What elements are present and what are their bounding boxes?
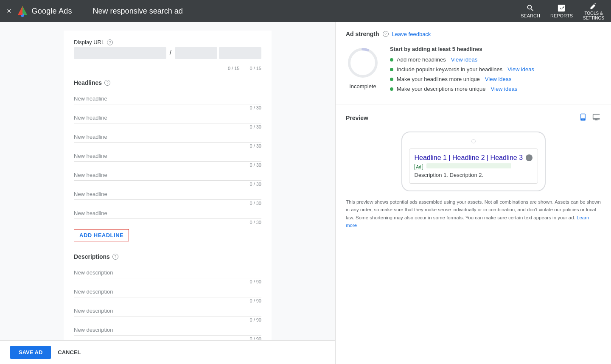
left-panel: Display URL ? / 0 / 15 0 / 15 Headlines … xyxy=(0,22,335,364)
svg-rect-7 xyxy=(563,8,563,10)
add-headline-button[interactable]: ADD HEADLINE xyxy=(74,229,129,241)
description-field-2: New description xyxy=(74,284,261,297)
description-count-2: 0 / 90 xyxy=(74,298,261,303)
headline-count-7: 0 / 30 xyxy=(74,220,261,225)
headline-count-6: 0 / 30 xyxy=(74,201,261,206)
descriptions-header: Descriptions ? xyxy=(74,253,261,260)
headline-field-5: New headline xyxy=(74,168,261,181)
description-field-4: New description xyxy=(74,322,261,336)
url-path1-input[interactable] xyxy=(175,47,217,59)
headline-count-1: 0 / 30 xyxy=(74,105,261,110)
leave-feedback-link[interactable]: Leave feedback xyxy=(392,31,431,37)
description-placeholder-1: New description xyxy=(74,269,113,276)
url-counter2: 0 / 15 xyxy=(249,66,261,71)
ad-form: Display URL ? / 0 / 15 0 / 15 Headlines … xyxy=(64,31,272,363)
google-ads-logo: Google Ads xyxy=(17,5,72,17)
ad-strength-section: Ad strength ? Leave feedback Incomplete … xyxy=(336,22,611,104)
display-url-row: Display URL ? xyxy=(74,39,261,45)
headline-count-3: 0 / 30 xyxy=(74,143,261,148)
search-nav-btn[interactable]: SEARCH xyxy=(521,4,540,18)
preview-header: Preview xyxy=(346,113,601,123)
tip-item-2: Include popular keywords in your headlin… xyxy=(390,66,601,73)
url-path2-input[interactable] xyxy=(219,47,261,59)
description-placeholder-4: New description xyxy=(74,327,113,333)
nav-divider xyxy=(86,5,86,17)
ad-card: Headline 1 | Headline 2 | Headline 3 i A… xyxy=(409,148,538,184)
tip-dot-1 xyxy=(390,58,393,62)
phone-mockup: Headline 1 | Headline 2 | Headline 3 i A… xyxy=(401,132,546,191)
descriptions-section: Descriptions ? New description 0 / 90 Ne… xyxy=(74,253,261,342)
preview-disclaimer: This preview shows potential ads assembl… xyxy=(346,198,601,230)
headline-count-5: 0 / 30 xyxy=(74,182,261,187)
svg-rect-5 xyxy=(560,7,561,10)
headlines-title: Headlines xyxy=(74,79,102,86)
description-placeholder-2: New description xyxy=(74,288,113,295)
tools-nav-btn[interactable]: TOOLS & SETTINGS xyxy=(583,2,604,20)
ad-strength-info-icon[interactable]: ? xyxy=(383,31,389,37)
headline-field-3: New headline xyxy=(74,129,261,143)
ad-headline: Headline 1 | Headline 2 | Headline 3 i xyxy=(415,154,533,162)
display-url-info-icon[interactable]: ? xyxy=(107,39,113,45)
tip-text-3: Make your headlines more unique xyxy=(397,76,480,82)
ad-strength-title: Ad strength xyxy=(346,31,379,37)
headline-count-4: 0 / 30 xyxy=(74,162,261,168)
description-count-3: 0 / 90 xyxy=(74,317,261,322)
headline-field-2: New headline xyxy=(74,110,261,123)
headlines-header: Headlines ? xyxy=(74,79,261,86)
tip-item-1: Add more headlines View ideas xyxy=(390,56,601,63)
ad-info-icon[interactable]: i xyxy=(526,154,533,161)
view-ideas-link-2[interactable]: View ideas xyxy=(507,66,534,73)
phone-camera xyxy=(471,139,476,143)
ad-headline-text: Headline 1 | Headline 2 | Headline 3 xyxy=(415,154,523,162)
footer-bar: SAVE AD CANCEL xyxy=(0,340,335,364)
view-ideas-link-1[interactable]: View ideas xyxy=(451,56,478,63)
display-url-label: Display URL xyxy=(74,39,104,45)
google-logo-icon xyxy=(17,5,28,17)
ad-description: Description 1. Description 2. xyxy=(415,172,533,178)
url-slash: / xyxy=(170,49,171,57)
main-wrapper: Display URL ? / 0 / 15 0 / 15 Headlines … xyxy=(0,22,611,364)
descriptions-title: Descriptions xyxy=(74,253,110,260)
tip-dot-3 xyxy=(390,78,393,81)
preview-device-icons xyxy=(579,113,601,123)
tip-dot-4 xyxy=(390,87,393,91)
svg-rect-6 xyxy=(561,6,562,10)
cancel-button[interactable]: CANCEL xyxy=(58,349,81,356)
descriptions-info-icon[interactable]: ? xyxy=(112,254,118,260)
preview-title: Preview xyxy=(346,115,368,121)
save-ad-button[interactable]: SAVE AD xyxy=(10,346,51,359)
headline-placeholder-4: New headline xyxy=(74,153,107,159)
desktop-device-icon[interactable] xyxy=(592,113,601,123)
view-ideas-link-3[interactable]: View ideas xyxy=(485,76,512,82)
strength-circle-wrap: Incomplete xyxy=(346,46,380,90)
headline-field-1: New headline xyxy=(74,91,261,104)
tip-text-2: Include popular keywords in your headlin… xyxy=(397,66,502,73)
headline-placeholder-6: New headline xyxy=(74,191,107,197)
strength-circle-chart xyxy=(346,46,380,80)
url-inputs: / xyxy=(74,47,261,59)
ad-url-display xyxy=(426,163,511,168)
url-main-input[interactable] xyxy=(74,47,166,59)
headline-placeholder-3: New headline xyxy=(74,134,107,140)
tools-nav-label: TOOLS & SETTINGS xyxy=(583,11,604,20)
tip-dot-2 xyxy=(390,68,393,71)
search-nav-label: SEARCH xyxy=(521,13,540,18)
brand-name: Google Ads xyxy=(32,7,72,16)
headline-field-7: New headline xyxy=(74,206,261,219)
headline-placeholder-1: New headline xyxy=(74,95,107,102)
strength-tip-title: Start by adding at least 5 headlines xyxy=(390,46,601,52)
description-field-3: New description xyxy=(74,303,261,316)
tip-item-3: Make your headlines more unique View ide… xyxy=(390,76,601,82)
page-title: New responsive search ad xyxy=(93,7,183,16)
nav-right-icons: SEARCH REPORTS TOOLS & SETTINGS xyxy=(521,2,604,20)
top-navigation: × Google Ads New responsive search ad SE… xyxy=(0,0,611,22)
mobile-device-icon[interactable] xyxy=(579,113,587,123)
headlines-info-icon[interactable]: ? xyxy=(104,80,110,86)
tip-item-4: Make your descriptions more unique View … xyxy=(390,86,601,92)
close-icon[interactable]: × xyxy=(7,7,11,16)
reports-nav-btn[interactable]: REPORTS xyxy=(550,4,573,18)
headline-field-4: New headline xyxy=(74,148,261,162)
view-ideas-link-4[interactable]: View ideas xyxy=(491,86,518,92)
url-counter1: 0 / 15 xyxy=(228,66,240,71)
tip-text-4: Make your descriptions more unique xyxy=(397,86,486,92)
